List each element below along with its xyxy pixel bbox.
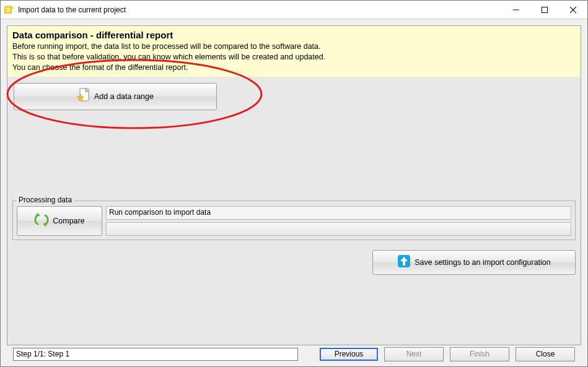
main-panel: Data comparison - differential report Be… (7, 25, 581, 345)
app-icon (4, 5, 14, 15)
svg-rect-2 (6, 7, 11, 12)
previous-label: Previous (335, 350, 364, 358)
step-indicator: Step 1/1: Step 1 (13, 348, 298, 361)
close-label: Close (536, 350, 555, 358)
banner-line-1: Before running import, the data list to … (12, 41, 576, 52)
save-area: Save settings to an import configuration (7, 245, 581, 277)
compare-button[interactable]: Compare (17, 206, 102, 236)
svg-rect-4 (542, 7, 548, 12)
next-button[interactable]: Next (384, 347, 444, 361)
maximize-button[interactable] (530, 1, 559, 19)
save-up-icon (397, 254, 411, 270)
processing-legend: Processing data (17, 196, 74, 204)
finish-button[interactable]: Finish (450, 347, 509, 361)
banner-line-2: This is so that before validation, you c… (12, 52, 576, 63)
processing-status-column: Run comparison to import data (106, 206, 571, 236)
svg-marker-12 (43, 223, 48, 227)
minimize-button[interactable] (502, 1, 530, 19)
import-window: Import data to the current project Data … (0, 0, 588, 367)
banner-title: Data comparison - differential report (12, 30, 576, 40)
previous-button[interactable]: Previous (320, 348, 378, 361)
actions-area: Add a data range (7, 77, 581, 201)
window-controls (502, 1, 587, 19)
save-settings-button[interactable]: Save settings to an import configuration (372, 250, 576, 275)
compare-label: Compare (53, 217, 84, 225)
panel-spacer (7, 277, 581, 339)
save-settings-label: Save settings to an import configuration (415, 258, 551, 267)
new-file-icon (77, 88, 90, 105)
next-label: Next (406, 350, 422, 358)
titlebar: Import data to the current project (1, 1, 587, 19)
add-data-range-button[interactable]: Add a data range (14, 83, 217, 110)
close-window-button[interactable] (559, 1, 587, 19)
svg-marker-11 (35, 213, 40, 216)
compare-icon (34, 213, 49, 228)
info-banner: Data comparison - differential report Be… (7, 26, 581, 77)
finish-label: Finish (470, 350, 489, 358)
client-area: Data comparison - differential report Be… (1, 19, 587, 366)
add-data-range-label: Add a data range (94, 92, 154, 101)
processing-message: Run comparison to import data (106, 206, 571, 220)
window-title: Import data to the current project (18, 6, 502, 14)
banner-line-3: You can choose the format of the differe… (12, 63, 576, 73)
processing-fieldset: Processing data Compare (12, 201, 576, 240)
wizard-footer: Step 1/1: Step 1 Previous Next Finish Cl… (7, 345, 581, 366)
close-button[interactable]: Close (516, 347, 575, 361)
processing-progress (106, 222, 571, 236)
